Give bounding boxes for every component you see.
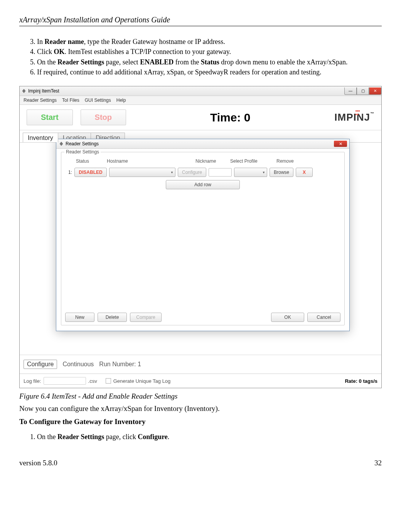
- logo-dots-icon: ●●●●●: [355, 109, 360, 116]
- bold: OK: [54, 48, 65, 56]
- version-label: version 5.8.0: [19, 459, 57, 467]
- col-nickname: Nickname: [195, 158, 230, 164]
- rate-label: Rate: 0 tags/s: [345, 378, 377, 384]
- bold: Configure: [138, 433, 168, 441]
- delete-button[interactable]: Delete: [98, 313, 127, 322]
- window-controls: — ▢ ✕: [344, 88, 381, 95]
- generate-log-checkbox[interactable]: [106, 378, 111, 384]
- page-header: xArray/xSpan Installation and Operations…: [19, 15, 382, 26]
- reader-row-1: 1: DISABLED ▼ Configure ▼ Browse X: [65, 168, 340, 177]
- content-area: Reader Settings ✕ Reader Settings Status…: [20, 142, 381, 355]
- fieldset-legend: Reader Settings: [64, 149, 101, 155]
- text: On the: [37, 58, 57, 66]
- menu-gui-settings[interactable]: GUI Settings: [85, 98, 111, 103]
- step-4: Click OK. ItemTest establishes a TCP/IP …: [37, 47, 382, 56]
- cancel-button[interactable]: Cancel: [307, 313, 340, 322]
- text: drop down menu to enable the xArray/xSpa…: [219, 58, 348, 66]
- continuous-label: Continuous: [62, 361, 94, 368]
- tab-inventory[interactable]: Inventory: [23, 133, 58, 142]
- bold: Reader name: [45, 38, 84, 45]
- chevron-down-icon: ▼: [262, 171, 265, 174]
- bold: ENABLED: [140, 58, 174, 66]
- maximize-button[interactable]: ▢: [357, 88, 369, 95]
- text: On the: [37, 433, 57, 441]
- sub-heading: To Configure the Gateway for Inventory: [19, 418, 382, 426]
- step-3: In Reader name, type the Reader Gateway …: [37, 37, 382, 46]
- bold: Status: [201, 58, 219, 66]
- configure-main-button[interactable]: Configure: [24, 360, 57, 369]
- text: In: [37, 38, 45, 45]
- col-status: Status: [76, 158, 107, 164]
- status-bar: Log file: .csv Generate Unique Tag Log R…: [20, 374, 381, 388]
- main-toolbar: Start Stop Time: 0 ●●●●● IMPINJ™: [20, 105, 381, 130]
- logfile-input[interactable]: [44, 377, 86, 385]
- menu-toi-files[interactable]: ToI Files: [62, 98, 79, 103]
- window-titlebar: Impinj ItemTest — ▢ ✕: [20, 86, 381, 96]
- start-button[interactable]: Start: [27, 109, 73, 125]
- reader-settings-dialog: Reader Settings ✕ Reader Settings Status…: [56, 139, 350, 331]
- columns-header: Status Hostname Nickname Select Profile …: [76, 158, 340, 164]
- nickname-input[interactable]: [209, 168, 232, 177]
- dialog-title: Reader Settings: [66, 141, 99, 146]
- figure-caption: Figure 6.4 ItemTest - Add and Enable Rea…: [19, 392, 382, 401]
- status-toggle[interactable]: DISABLED: [74, 168, 107, 177]
- window-title: Impinj ItemTest: [28, 88, 59, 94]
- remove-row-button[interactable]: X: [296, 168, 313, 177]
- text: page, select: [104, 58, 140, 66]
- text: from the: [174, 58, 200, 66]
- time-label: Time: 0: [134, 111, 327, 124]
- dialog-close-button[interactable]: ✕: [334, 141, 347, 147]
- menu-help[interactable]: Help: [116, 98, 126, 103]
- profile-combo[interactable]: ▼: [234, 168, 267, 177]
- paragraph: Now you can configure the xArray/xSpan f…: [19, 404, 382, 413]
- col-hostname: Hostname: [107, 158, 195, 164]
- text: page, click: [104, 433, 138, 441]
- text: , type the Reader Gateway hostname or IP…: [84, 38, 225, 45]
- browse-button[interactable]: Browse: [270, 168, 293, 177]
- new-button[interactable]: New: [65, 313, 94, 322]
- logfile-label: Log file:: [24, 378, 41, 384]
- dialog-body: Reader Settings Status Hostname Nickname…: [56, 149, 349, 331]
- compare-button[interactable]: Compare: [130, 313, 162, 322]
- page-footer: version 5.8.0 32: [19, 459, 382, 467]
- instruction-steps: In Reader name, type the Reader Gateway …: [19, 37, 382, 77]
- close-button[interactable]: ✕: [369, 88, 381, 95]
- add-row-button[interactable]: Add row: [166, 180, 240, 189]
- run-number-label: Run Number: 1: [99, 361, 141, 368]
- bold: Reader Settings: [57, 433, 104, 441]
- ok-button[interactable]: OK: [271, 313, 304, 322]
- instruction-steps-2: On the Reader Settings page, click Confi…: [19, 433, 382, 441]
- chevron-down-icon: ▼: [170, 171, 174, 174]
- text: . ItemTest establishes a TCP/IP connecti…: [65, 48, 231, 56]
- reader-settings-fieldset: Reader Settings Status Hostname Nickname…: [61, 152, 345, 325]
- trademark: ™: [370, 111, 374, 116]
- step-5: On the Reader Settings page, select ENAB…: [37, 57, 382, 67]
- row-index: 1:: [65, 170, 72, 175]
- impinj-logo: ●●●●● IMPINJ™: [334, 111, 374, 123]
- logfile-ext: .csv: [88, 378, 97, 384]
- menu-reader-settings[interactable]: Reader Settings: [24, 98, 57, 103]
- app-icon: [22, 89, 26, 93]
- dialog-icon: [60, 142, 63, 146]
- text: Click: [37, 48, 54, 56]
- bold: Reader Settings: [57, 58, 104, 66]
- bottom-bar: Configure Continuous Run Number: 1: [20, 355, 381, 374]
- col-profile: Select Profile: [230, 158, 276, 164]
- hostname-combo[interactable]: ▼: [109, 168, 175, 177]
- menubar: Reader Settings ToI Files GUI Settings H…: [20, 96, 381, 105]
- step2-1: On the Reader Settings page, click Confi…: [37, 433, 382, 441]
- app-window: Impinj ItemTest — ▢ ✕ Reader Settings To…: [19, 86, 382, 388]
- dialog-titlebar: Reader Settings ✕: [56, 139, 349, 149]
- logo-text: IMPINJ: [334, 111, 370, 123]
- dialog-bottom-buttons: New Delete Compare OK Cancel: [65, 313, 340, 322]
- col-remove: Remove: [276, 158, 303, 164]
- generate-log-label: Generate Unique Tag Log: [113, 378, 171, 384]
- text: .: [168, 433, 170, 441]
- configure-button[interactable]: Configure: [178, 168, 206, 177]
- step-6: If required, continue to add additional …: [37, 67, 382, 77]
- page-number: 32: [374, 459, 382, 467]
- stop-button[interactable]: Stop: [81, 109, 126, 125]
- minimize-button[interactable]: —: [344, 88, 357, 95]
